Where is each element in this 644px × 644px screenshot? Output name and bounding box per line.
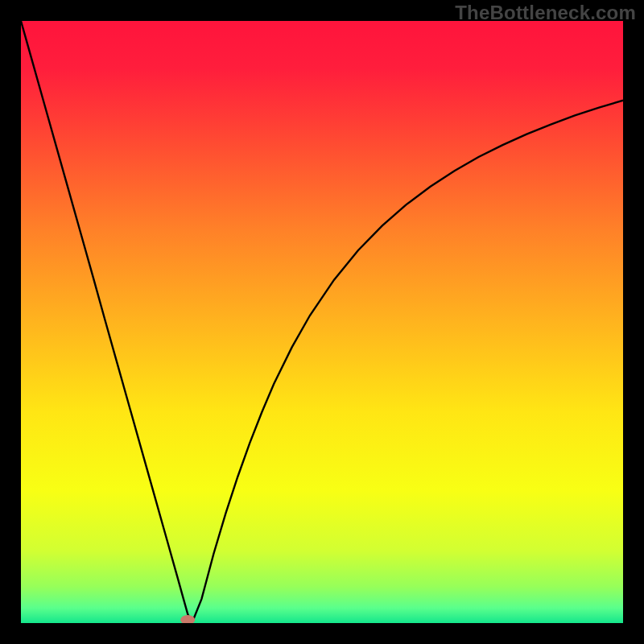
gradient-background	[21, 21, 623, 623]
plot-area	[21, 21, 623, 623]
chart-frame: TheBottleneck.com	[0, 0, 644, 644]
chart-svg	[21, 21, 623, 623]
